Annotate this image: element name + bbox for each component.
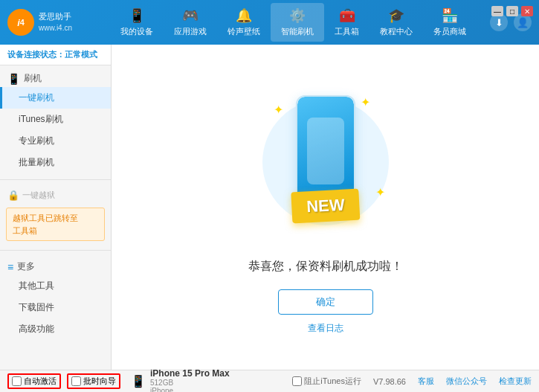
app-header: i4 爱思助手 www.i4.cn 📱 我的设备 🎮 应用游戏 🔔 铃声壁纸 ⚙… (0, 0, 539, 45)
sparkle-1: ✦ (274, 103, 283, 117)
auto-activate-label: 自动激活 (24, 376, 57, 387)
auto-activate-checkbox[interactable] (12, 376, 22, 386)
nav-tutorial[interactable]: 🎓 教程中心 (369, 3, 423, 42)
window-controls: — □ ✕ (491, 6, 533, 16)
itunes-checkbox[interactable] (292, 376, 302, 386)
sparkle-2: ✦ (361, 95, 370, 109)
more-section-icon: ≡ (7, 261, 13, 273)
logo-area: i4 爱思助手 www.i4.cn (7, 9, 97, 36)
flash-section: 📱 刷机 一键刷机 iTunes刷机 专业刷机 批量刷机 (0, 65, 111, 176)
jailbreak-icon: 🔒 (7, 190, 19, 201)
check-update-link[interactable]: 检查更新 (499, 376, 532, 387)
nav-smart-flash[interactable]: ⚙️ 智能刷机 (271, 3, 324, 42)
close-button[interactable]: ✕ (521, 6, 533, 16)
ringtone-icon: 🔔 (236, 7, 252, 24)
wechat-link[interactable]: 微信公众号 (446, 376, 487, 387)
flash-group-header[interactable]: 📱 刷机 (0, 68, 111, 87)
itunes-check-wrapper: 阻止iTunes运行 (292, 376, 361, 387)
nav-app-games[interactable]: 🎮 应用游戏 (164, 3, 217, 42)
app-games-icon: 🎮 (182, 7, 199, 24)
nav-bar: 📱 我的设备 🎮 应用游戏 🔔 铃声壁纸 ⚙️ 智能刷机 🧰 工具箱 🎓 (97, 3, 490, 42)
success-message: 恭喜您，保资料刷机成功啦！ (248, 259, 403, 274)
customer-service-link[interactable]: 客服 (418, 376, 434, 387)
sidebar: 设备连接状态：正常模式 📱 刷机 一键刷机 iTunes刷机 专业刷机 批量刷机… (0, 45, 112, 370)
jailbreak-group-header: 🔒 一键越狱 (0, 186, 111, 205)
nav-my-device[interactable]: 📱 我的设备 (110, 3, 164, 42)
logo-text: 爱思助手 www.i4.cn (39, 11, 72, 33)
time-guided-checkbox-wrapper: 批时向导 (67, 373, 120, 389)
divider-2 (0, 250, 111, 251)
version-label: V7.98.66 (373, 377, 406, 386)
sparkle-3: ✦ (375, 185, 385, 199)
smart-flash-icon: ⚙️ (289, 7, 306, 24)
sidebar-item-download-firmware[interactable]: 下载固件 (0, 297, 111, 318)
confirm-button[interactable]: 确定 (278, 289, 373, 315)
sidebar-item-other-tools[interactable]: 其他工具 (0, 275, 111, 297)
new-badge: NEW (291, 188, 360, 223)
nav-toolbox[interactable]: 🧰 工具箱 (324, 3, 369, 42)
nav-service[interactable]: 🏪 务员商城 (423, 3, 477, 42)
device-details: iPhone 15 Pro Max 512GB iPhone (150, 368, 230, 393)
sidebar-item-advanced[interactable]: 高级功能 (0, 318, 111, 340)
connection-status: 设备连接状态：正常模式 (0, 45, 111, 65)
more-group-header[interactable]: ≡ 更多 (0, 257, 111, 275)
tutorial-icon: 🎓 (388, 7, 404, 24)
jailbreak-warning: 越狱工具已跳转至工具箱 (6, 208, 105, 241)
device-phone-icon: 📱 (131, 374, 146, 388)
device-storage: 512GB (150, 379, 230, 387)
maximize-button[interactable]: □ (506, 6, 518, 16)
toolbox-icon: 🧰 (339, 7, 355, 24)
device-section: 自动激活 批时向导 📱 iPhone 15 Pro Max 512GB iPho… (7, 368, 230, 393)
more-section: ≡ 更多 其他工具 下载固件 高级功能 (0, 254, 111, 343)
auto-activate-checkbox-wrapper: 自动激活 (7, 373, 61, 389)
log-link[interactable]: 查看日志 (308, 322, 343, 335)
logo-icon: i4 (7, 9, 34, 36)
minimize-button[interactable]: — (491, 6, 503, 16)
time-guided-label: 批时向导 (83, 376, 116, 387)
flash-section-icon: 📱 (7, 73, 20, 85)
nav-ringtone[interactable]: 🔔 铃声壁纸 (217, 3, 271, 42)
device-type: iPhone (150, 387, 230, 393)
jailbreak-section: 🔒 一键越狱 越狱工具已跳转至工具箱 (0, 183, 111, 247)
bottom-bar: 自动激活 批时向导 📱 iPhone 15 Pro Max 512GB iPho… (0, 370, 539, 392)
main-area: 设备连接状态：正常模式 📱 刷机 一键刷机 iTunes刷机 专业刷机 批量刷机… (0, 45, 539, 370)
sidebar-item-batch-flash[interactable]: 批量刷机 (0, 152, 111, 173)
sidebar-item-pro-flash[interactable]: 专业刷机 (0, 130, 111, 152)
service-icon: 🏪 (442, 7, 458, 24)
my-device-icon: 📱 (129, 7, 145, 24)
device-checkboxes: 自动激活 批时向导 (7, 373, 120, 389)
sidebar-item-itunes-flash[interactable]: iTunes刷机 (0, 109, 111, 130)
device-info: 📱 iPhone 15 Pro Max 512GB iPhone (131, 368, 230, 393)
phone-illustration: ✦ ✦ ✦ NEW (251, 80, 400, 244)
time-guided-checkbox[interactable] (71, 376, 81, 386)
itunes-check-label: 阻止iTunes运行 (304, 376, 361, 387)
phone-screen-inner (307, 118, 344, 184)
sidebar-item-one-click[interactable]: 一键刷机 (0, 87, 111, 109)
content-area: ✦ ✦ ✦ NEW 恭喜您，保资料刷机成功啦！ 确定 查看日志 (112, 45, 539, 370)
bottom-right: 阻止iTunes运行 V7.98.66 客服 微信公众号 检查更新 (292, 376, 532, 387)
divider-1 (0, 179, 111, 180)
